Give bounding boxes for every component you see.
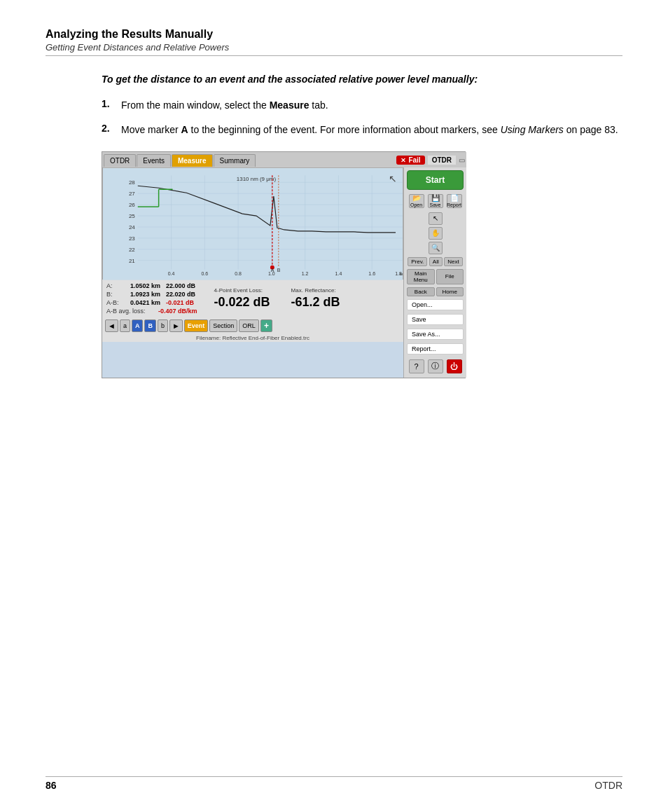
meas-ab-loss-label: A-B avg. loss: xyxy=(106,308,155,315)
right-panel: Start 📂 Open 💾 Save xyxy=(403,167,466,378)
svg-text:1310 nm (9 μm): 1310 nm (9 μm) xyxy=(237,176,277,182)
btn-a-lower[interactable]: a xyxy=(120,319,130,332)
svg-text:0.6: 0.6 xyxy=(201,270,208,275)
nav-row: Prev. All Next xyxy=(407,257,464,266)
open-icon: 📂 xyxy=(412,194,421,202)
step-1: 1. From the main window, select the Meas… xyxy=(102,98,622,113)
cursor-icon[interactable]: ↖ xyxy=(429,212,443,225)
filename-bar: Filename: Reflective End-of-Fiber Enable… xyxy=(102,334,403,342)
fail-badge: Fail xyxy=(396,156,424,165)
svg-text:26: 26 xyxy=(129,202,135,208)
main-menu-btn[interactable]: Main Menu xyxy=(407,269,435,284)
svg-text:A: A xyxy=(271,267,274,272)
save-icon: 💾 xyxy=(431,194,440,202)
menu-row: Main Menu File xyxy=(407,269,464,284)
svg-text:0.4: 0.4 xyxy=(168,270,175,275)
save-icon-btn[interactable]: 💾 Save xyxy=(428,194,443,208)
screenshot-container: OTDR Events Measure Summary Fail OTDR ▭ xyxy=(102,151,466,378)
control-bar: ◄ a A B b ► Event Section ORL + xyxy=(102,317,403,334)
tab-bar: OTDR Events Measure Summary Fail OTDR ▭ xyxy=(102,152,466,167)
content-section: To get the distance to an event and the … xyxy=(102,73,622,378)
meas-ab-loss: A-B avg. loss: -0.407 dB/km xyxy=(106,308,197,315)
meas-b-label: B: xyxy=(106,291,127,298)
event-loss-label: 4-Point Event Loss: xyxy=(214,287,270,294)
graph-canvas: 28 27 26 25 24 23 22 21 xyxy=(102,167,403,280)
meas-ab-diff: -0.021 dB xyxy=(166,299,194,306)
file-save-btn[interactable]: Save xyxy=(407,314,464,325)
report-icon: 📄 xyxy=(450,194,459,202)
svg-text:27: 27 xyxy=(129,191,135,197)
btn-B-upper[interactable]: B xyxy=(144,319,156,332)
svg-text:22: 22 xyxy=(129,246,135,252)
nav-left-btn[interactable]: ◄ xyxy=(105,319,118,332)
step-2: 2. Move marker A to the beginning of the… xyxy=(102,123,622,137)
section-btn[interactable]: Section xyxy=(209,319,237,332)
help-icon-btn[interactable]: ? xyxy=(409,359,424,373)
power-icon-btn[interactable]: ⏻ xyxy=(447,359,462,373)
big-values: 4-Point Event Loss: -0.022 dB Max. Refle… xyxy=(214,282,340,315)
meas-ab-dist: 0.0421 km xyxy=(130,299,160,306)
tab-summary[interactable]: Summary xyxy=(214,154,256,167)
help-icon: ? xyxy=(414,362,418,371)
step-2-text: Move marker A to the beginning of the ev… xyxy=(121,123,618,137)
app-body: 28 27 26 25 24 23 22 21 xyxy=(102,167,466,378)
bottom-icon-row: ? ⓘ ⏻ xyxy=(407,359,464,373)
file-menu-btn[interactable]: File xyxy=(436,269,464,284)
next-btn[interactable]: Next xyxy=(444,257,462,266)
meas-a-label: A: xyxy=(106,282,127,289)
page-header: Analyzing the Results Manually Getting E… xyxy=(46,28,622,56)
meas-ab: A-B: 0.0421 km -0.021 dB xyxy=(106,299,197,306)
btn-b-lower[interactable]: b xyxy=(158,319,168,332)
home-btn[interactable]: Home xyxy=(436,287,464,296)
svg-text:21: 21 xyxy=(129,257,135,263)
event-btn[interactable]: Event xyxy=(184,319,209,332)
tab-otdr[interactable]: OTDR xyxy=(104,154,136,167)
meas-b-dist: 1.0923 km xyxy=(130,291,160,298)
hand-icon[interactable]: ✋ xyxy=(429,227,443,240)
meas-ab-loss-val: -0.407 dB/km xyxy=(158,308,197,315)
svg-text:B: B xyxy=(277,267,281,272)
start-button[interactable]: Start xyxy=(407,170,464,190)
reflectance-value: -61.2 dB xyxy=(291,295,340,310)
svg-text:25: 25 xyxy=(129,213,135,219)
window-controls: ▭ xyxy=(459,156,465,164)
file-report-btn[interactable]: Report... xyxy=(407,343,464,355)
all-btn[interactable]: All xyxy=(429,257,443,266)
back-btn[interactable]: Back xyxy=(407,287,435,296)
step-1-text: From the main window, select the Measure… xyxy=(121,98,328,113)
open-icon-btn[interactable]: 📂 Open xyxy=(409,194,424,208)
report-icon-btn[interactable]: 📄 Report xyxy=(447,194,462,208)
svg-text:23: 23 xyxy=(129,235,135,241)
file-open-btn[interactable]: Open... xyxy=(407,299,464,310)
svg-text:1.6: 1.6 xyxy=(368,270,375,275)
page-number: 86 xyxy=(46,780,57,791)
otdr-label-right: OTDR xyxy=(428,156,456,165)
prev-btn[interactable]: Prev. xyxy=(408,257,427,266)
page-title: Analyzing the Results Manually xyxy=(46,28,622,41)
meas-a-dist: 1.0502 km xyxy=(130,282,160,289)
svg-rect-0 xyxy=(103,168,403,280)
meas-a: A: 1.0502 km 22.000 dB xyxy=(106,282,197,289)
tab-measure[interactable]: Measure xyxy=(172,154,213,167)
back-home-row: Back Home xyxy=(407,287,464,296)
meas-col-left: A: 1.0502 km 22.000 dB B: 1.0923 km 22.0… xyxy=(106,282,197,315)
plus-btn[interactable]: + xyxy=(260,319,272,332)
zoom-icon[interactable]: 🔍 xyxy=(429,242,443,254)
tab-events[interactable]: Events xyxy=(137,154,171,167)
file-save-as-btn[interactable]: Save As... xyxy=(407,329,464,340)
page-subtitle: Getting Event Distances and Relative Pow… xyxy=(46,42,622,53)
report-label: Report xyxy=(447,202,461,207)
info-icon-btn[interactable]: ⓘ xyxy=(428,359,443,373)
graph-area: 28 27 26 25 24 23 22 21 xyxy=(102,167,403,378)
orl-btn[interactable]: ORL xyxy=(239,319,259,332)
svg-text:0.8: 0.8 xyxy=(235,270,242,275)
footer-divider xyxy=(46,776,622,777)
instruction-heading: To get the distance to an event and the … xyxy=(102,73,622,87)
reflectance-label: Max. Reflectance: xyxy=(291,287,340,294)
btn-A-upper[interactable]: A xyxy=(132,319,144,332)
measurements-area: A: 1.0502 km 22.000 dB B: 1.0923 km 22.0… xyxy=(102,280,403,317)
page-container: Analyzing the Results Manually Getting E… xyxy=(0,0,668,812)
graph-svg: 28 27 26 25 24 23 22 21 xyxy=(103,168,403,280)
save-label: Save xyxy=(430,202,441,207)
nav-right-btn[interactable]: ► xyxy=(169,319,183,332)
